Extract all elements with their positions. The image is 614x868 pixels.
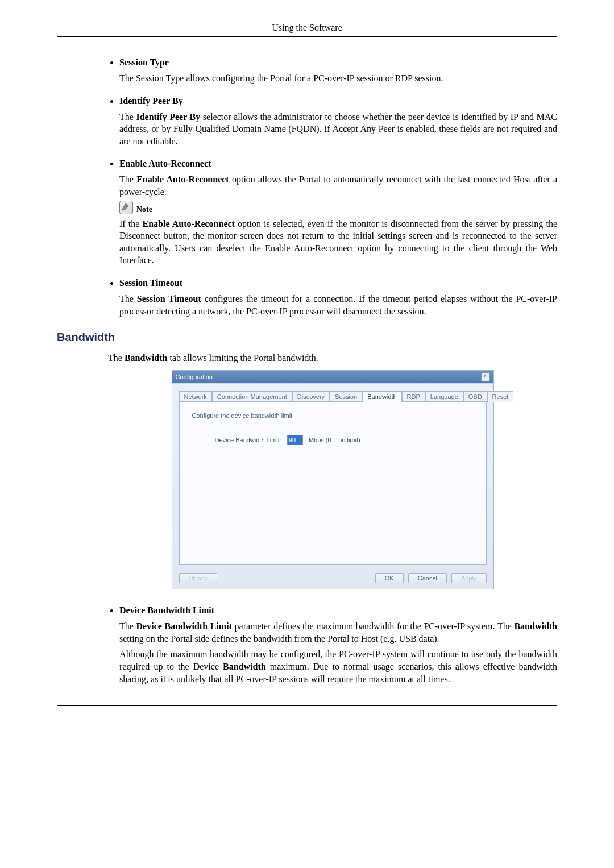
bullet-paragraph: Although the maximum bandwidth may be co… [119, 648, 557, 685]
header-divider [57, 36, 557, 37]
bullet-identify-peer: Identify Peer By The Identify Peer By se… [119, 96, 557, 148]
ok-button[interactable]: OK [375, 573, 404, 583]
bullet-session-type: Session Type The Session Type allows con… [119, 57, 557, 85]
bullet-title: Identify Peer By [119, 96, 557, 106]
dialog-title: Configuration [176, 373, 213, 380]
tab-rdp[interactable]: RDP [402, 391, 425, 402]
bullet-paragraph: If the Enable Auto-Reconnect option is s… [119, 218, 557, 267]
bullet-auto-reconnect: Enable Auto-Reconnect The Enable Auto-Re… [119, 159, 557, 267]
unlock-button[interactable]: Unlock [179, 573, 218, 583]
note-icon [119, 201, 133, 214]
note-row: Note [119, 201, 557, 214]
bullet-paragraph: The Identify Peer By selector allows the… [119, 111, 557, 148]
bullet-session-timeout: Session Timeout The Session Timeout conf… [119, 278, 557, 317]
tab-session[interactable]: Session [330, 391, 362, 402]
footer-divider [57, 705, 557, 706]
cancel-button[interactable]: Cancel [408, 573, 447, 583]
bullet-device-bandwidth-limit: Device Bandwidth Limit The Device Bandwi… [119, 605, 557, 685]
tab-bandwidth[interactable]: Bandwidth [362, 391, 401, 402]
section-intro: The Bandwidth tab allows limiting the Po… [108, 353, 557, 363]
tab-connection-management[interactable]: Connection Management [212, 391, 292, 402]
bullet-title: Session Type [119, 57, 557, 68]
dialog-titlebar: Configuration × [172, 371, 493, 383]
bullet-paragraph: The Session Timeout configures the timeo… [119, 293, 557, 317]
apply-button[interactable]: Apply [451, 573, 487, 583]
tab-network[interactable]: Network [179, 391, 212, 402]
tab-panel-bandwidth: Configure the device bandwidth limit Dev… [179, 401, 487, 565]
tab-osd[interactable]: OSD [463, 391, 487, 402]
close-icon[interactable]: × [481, 372, 490, 381]
bandwidth-limit-label: Device Bandwidth Limit: [215, 437, 281, 443]
tab-language[interactable]: Language [425, 391, 463, 402]
bullet-paragraph: The Enable Auto-Reconnect option allows … [119, 173, 557, 198]
page-header-title: Using the Software [57, 23, 557, 33]
tab-strip: NetworkConnection ManagementDiscoverySes… [179, 391, 487, 401]
bullet-paragraph: The Session Type allows configuring the … [119, 72, 557, 85]
bandwidth-limit-input[interactable] [287, 435, 303, 445]
note-label: Note [136, 205, 152, 214]
bullet-title: Session Timeout [119, 278, 557, 288]
bandwidth-limit-units: Mbps (0 = no limit) [309, 437, 360, 443]
tab-discovery[interactable]: Discovery [292, 391, 330, 402]
section-heading-bandwidth: Bandwidth [57, 331, 557, 344]
panel-instruction: Configure the device bandwidth limit [192, 412, 474, 419]
bullet-paragraph: The Device Bandwidth Limit parameter def… [119, 620, 557, 645]
config-dialog: Configuration × NetworkConnection Manage… [172, 370, 494, 589]
bullet-title: Device Bandwidth Limit [119, 605, 557, 616]
bullet-title: Enable Auto-Reconnect [119, 159, 557, 169]
tab-reset[interactable]: Reset [487, 391, 514, 402]
